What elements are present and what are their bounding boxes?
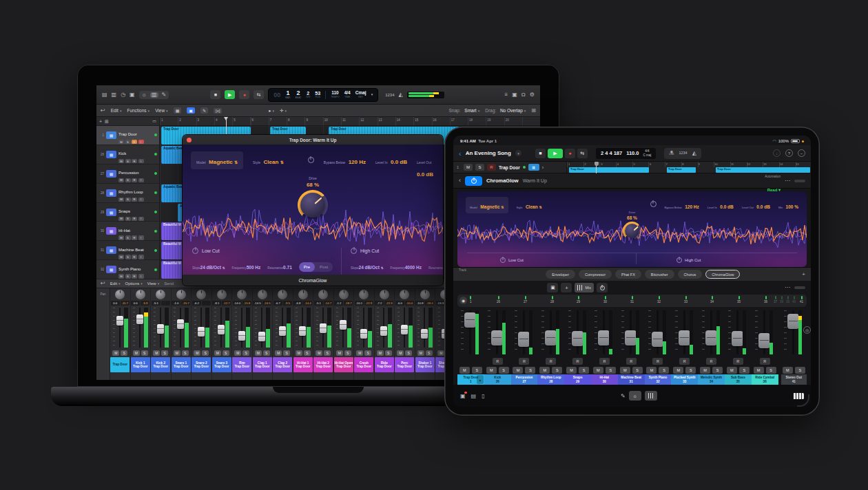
record-enable-button[interactable]: R <box>546 358 556 365</box>
mute-button[interactable]: M <box>700 367 710 374</box>
plugin-slot-button[interactable]: ChromaGlow <box>705 270 740 279</box>
channel-label[interactable]: Clap 1 Trap Door <box>253 357 272 372</box>
mute-button[interactable]: M <box>118 178 124 183</box>
loops-icon[interactable]: ▤ <box>471 393 477 399</box>
channel-strip[interactable]: R M S Rhythm Loop 28 ▴ <box>537 308 564 385</box>
solo-button[interactable]: S <box>141 350 148 356</box>
pointer-tool[interactable]: ▸▾ <box>269 108 274 114</box>
channel-ruler-cell[interactable]: 1 <box>470 296 472 303</box>
fader-handle[interactable] <box>758 333 770 348</box>
input-monitor-button[interactable]: I <box>138 235 144 240</box>
channel-strip[interactable]: -10.1 -22.9 M S <box>354 288 375 380</box>
record-enable-button[interactable]: R <box>599 358 610 365</box>
mute-button[interactable]: M <box>214 350 221 356</box>
channel-ruler-cell[interactable]: 31 <box>630 296 634 303</box>
solo-button[interactable]: S <box>739 367 750 374</box>
drag-menu[interactable]: Drag: No Overlap▾ <box>485 108 526 113</box>
volume-fader[interactable] <box>254 306 271 349</box>
solo-button[interactable]: S <box>659 367 669 374</box>
volume-fader[interactable] <box>335 306 352 349</box>
channel-ruler-cell[interactable]: 30 <box>603 296 607 303</box>
mute-button[interactable]: M <box>118 217 124 222</box>
close-icon[interactable] <box>187 138 192 142</box>
track-header[interactable]: 27 ▦ Percussion M S R I <box>96 164 159 184</box>
channel-label[interactable]: Hi-Hat Open Trap Door <box>334 357 353 372</box>
track-header[interactable]: 1 M S R Trap Door ▦ › <box>453 162 567 173</box>
mute-button[interactable]: M <box>296 350 302 356</box>
level-out-control[interactable]: Level Out 0.0 dB <box>742 197 770 211</box>
fader-handle[interactable] <box>598 330 610 345</box>
plugin-power-button[interactable] <box>465 176 482 186</box>
pan-knob[interactable] <box>176 290 186 299</box>
solo-button[interactable]: S <box>405 350 412 356</box>
mute-button[interactable]: M <box>118 140 124 145</box>
plugin-slot-button[interactable]: Chorus <box>678 270 703 279</box>
browsers-icon[interactable]: ▥ <box>112 92 117 98</box>
solo-button[interactable]: S <box>324 350 331 356</box>
settings-icon[interactable]: ⚙ <box>530 92 535 98</box>
count-in-icon[interactable]: 1234 <box>679 151 687 156</box>
power-icon[interactable] <box>308 157 314 163</box>
volume-fader[interactable] <box>486 308 509 356</box>
fader-handle[interactable] <box>421 329 428 339</box>
record-enable-button[interactable]: R <box>706 358 716 365</box>
low-cut-resonance[interactable]: Resonance0.71 <box>267 259 291 272</box>
high-cut-slope[interactable]: Slope24 dB/Oct ⇅ <box>351 259 383 272</box>
solo-button[interactable]: S <box>125 217 131 222</box>
volume-fader[interactable] <box>726 308 750 356</box>
mixer-more-icon[interactable]: ⋯ <box>785 285 790 290</box>
count-in-icon[interactable]: 1234 <box>385 93 394 97</box>
track-header-options-icon[interactable]: ▭ <box>152 119 156 123</box>
volume-fader[interactable] <box>152 306 169 349</box>
volume-fader[interactable] <box>416 306 433 349</box>
volume-fader[interactable] <box>566 308 590 356</box>
channel-strip[interactable]: -8.1 -12.7 M S <box>212 288 233 380</box>
stop-button[interactable]: ■ <box>535 149 546 158</box>
plugin-slot-button[interactable]: Phat FX <box>615 270 641 279</box>
channel-strip[interactable]: R M S Plucked Synth 33 ▴ <box>671 308 698 385</box>
fader-handle[interactable] <box>116 316 123 326</box>
plugin-preset[interactable]: Warm It Up <box>523 178 547 183</box>
power-button[interactable] <box>597 283 608 292</box>
output-monitor-icon[interactable]: ◎ <box>803 326 811 334</box>
channel-ruler-cell[interactable]: 27 <box>524 296 527 303</box>
fader-handle[interactable] <box>787 314 799 329</box>
input-monitor-button[interactable]: I <box>138 140 144 145</box>
mute-button[interactable]: M <box>255 350 262 356</box>
mute-button[interactable]: M <box>118 255 124 259</box>
channel-strip[interactable]: R M S Snaps 29 ▴ <box>564 308 591 385</box>
playhead[interactable] <box>596 162 597 173</box>
pan-knob[interactable] <box>136 290 145 299</box>
metronome-icon[interactable]: ◭ <box>399 92 403 98</box>
low-cut-power-icon[interactable] <box>192 248 198 254</box>
solo-button[interactable]: S <box>125 235 131 240</box>
record-enable-button[interactable]: R <box>132 159 137 164</box>
record-enable-button[interactable]: R <box>652 358 663 365</box>
channel-label[interactable]: Melodic Synth 34 ▴ <box>698 374 725 385</box>
mute-button[interactable]: M <box>356 350 363 356</box>
channel-label[interactable]: Trap Door 1 ▴ <box>457 374 484 385</box>
high-cut-power-icon[interactable] <box>351 248 357 254</box>
solo-button[interactable]: S <box>712 367 723 374</box>
solo-button[interactable]: S <box>632 367 643 374</box>
record-enable-button[interactable]: R <box>493 358 503 365</box>
channel-label[interactable]: Ride Cymbal 36 ▴ <box>752 374 778 385</box>
power-icon[interactable] <box>650 201 657 207</box>
record-enable-button[interactable]: R <box>132 274 137 279</box>
mute-button[interactable]: M <box>673 367 683 374</box>
pan-knob[interactable] <box>298 290 308 299</box>
channel-strip[interactable]: -6.2 M S <box>192 288 212 380</box>
audio-region[interactable]: Trap Door <box>569 167 649 173</box>
quick-help-icon[interactable]: ◷ <box>121 92 125 98</box>
pan-knob[interactable] <box>278 290 287 299</box>
drive-control[interactable]: Drive 68 % <box>457 211 807 240</box>
solo-button[interactable]: S <box>125 274 131 279</box>
channel-label[interactable]: Snare 2 Trap Door <box>192 357 211 372</box>
cycle-button[interactable]: ⇆ <box>254 90 264 99</box>
solo-button[interactable]: S <box>125 178 131 183</box>
channel-strip[interactable]: -14.5 -24.5 M S <box>253 288 273 380</box>
mix-button[interactable]: Mix <box>575 283 594 292</box>
volume-fader[interactable] <box>132 306 149 349</box>
plugin-back-icon[interactable]: ‹ <box>459 178 461 184</box>
channel-ruler-cell[interactable]: 34 <box>710 296 714 303</box>
